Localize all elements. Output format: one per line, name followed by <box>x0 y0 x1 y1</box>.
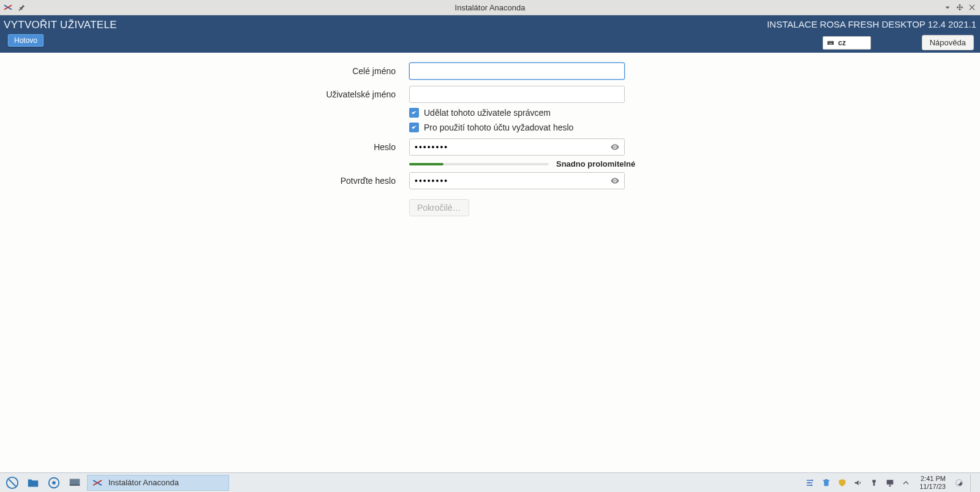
launcher-browser[interactable] <box>45 474 62 491</box>
svg-point-14 <box>811 484 813 486</box>
svg-rect-3 <box>830 42 831 42</box>
username-label: Uživatelské jméno <box>0 89 396 99</box>
svg-rect-2 <box>829 42 830 42</box>
eye-icon[interactable] <box>610 176 620 186</box>
password-field[interactable] <box>409 138 625 156</box>
tray-volume-icon[interactable] <box>853 478 863 488</box>
launcher-menu[interactable] <box>4 474 21 491</box>
taskbar-task-active[interactable]: Instalátor Anaconda <box>87 475 229 491</box>
svg-point-13 <box>809 482 810 483</box>
tray-chevron-up-icon[interactable] <box>901 478 911 488</box>
tray-trash-icon[interactable] <box>821 478 831 488</box>
keyboard-layout-code: cz <box>838 39 846 47</box>
desktop-peek[interactable] <box>970 474 975 491</box>
password-strength-bar <box>409 163 549 165</box>
require-password-checkbox[interactable] <box>409 123 419 132</box>
done-button[interactable]: Hotovo <box>7 34 44 47</box>
eye-icon[interactable] <box>610 142 620 152</box>
show-desktop[interactable] <box>66 474 83 491</box>
tray-night-icon[interactable] <box>954 478 964 488</box>
confirm-password-label: Potvrďte heslo <box>0 176 396 186</box>
confirm-password-field[interactable] <box>409 172 625 189</box>
svg-rect-6 <box>829 44 832 44</box>
app-x-icon <box>4 3 12 12</box>
keyboard-icon <box>827 39 834 47</box>
taskbar: Instalátor Anaconda 2:41 PM 11/17/23 <box>0 472 980 492</box>
launcher-files[interactable] <box>24 474 42 491</box>
main-area: Celé jméno Uživatelské jméno Udělat toho… <box>0 53 980 472</box>
full-name-field[interactable] <box>409 62 625 80</box>
password-strength-fill <box>409 163 443 165</box>
password-strength-label: Snadno prolomitelné <box>556 159 635 168</box>
help-button[interactable]: Nápověda <box>922 35 974 50</box>
page-title: VYTVOŘIT UŽIVATELE <box>4 19 117 31</box>
clock-date: 11/17/23 <box>919 483 946 490</box>
advanced-button[interactable]: Pokročilé… <box>409 199 469 216</box>
tray-usb-icon[interactable] <box>869 478 879 488</box>
admin-checkbox[interactable] <box>409 108 419 118</box>
titlebar-left <box>0 3 26 12</box>
keyboard-layout-indicator[interactable]: cz <box>823 36 871 50</box>
tray-shield-icon[interactable] <box>837 478 847 488</box>
svg-point-12 <box>812 479 813 481</box>
tray-network-icon[interactable] <box>885 478 895 488</box>
require-password-checkbox-label[interactable]: Pro použití tohoto účtu vyžadovat heslo <box>424 123 573 132</box>
window-title: Instalátor Anaconda <box>455 3 526 12</box>
password-label: Heslo <box>0 142 396 152</box>
svg-rect-4 <box>831 42 832 42</box>
close-icon[interactable] <box>968 3 976 12</box>
maximize-icon[interactable] <box>956 3 964 12</box>
svg-rect-15 <box>887 480 894 484</box>
taskbar-clock[interactable]: 2:41 PM 11/17/23 <box>917 475 948 490</box>
admin-checkbox-label[interactable]: Udělat tohoto uživatele správcem <box>424 108 551 118</box>
svg-rect-0 <box>827 41 834 45</box>
window-titlebar: Instalátor Anaconda <box>0 0 980 15</box>
product-label: INSTALACE ROSA FRESH DESKTOP 12.4 2021.1 <box>767 19 976 29</box>
clock-time: 2:41 PM <box>921 475 946 482</box>
user-form: Celé jméno Uživatelské jméno Udělat toho… <box>0 53 980 216</box>
username-field[interactable] <box>409 86 625 103</box>
svg-rect-11 <box>70 484 80 485</box>
system-tray: 2:41 PM 11/17/23 <box>805 474 980 491</box>
check-icon <box>410 124 418 131</box>
pin-icon[interactable] <box>17 3 26 12</box>
taskbar-task-title: Instalátor Anaconda <box>108 478 179 487</box>
titlebar-right-controls <box>943 3 980 12</box>
svg-rect-1 <box>828 42 829 42</box>
svg-point-9 <box>52 481 56 485</box>
check-icon <box>410 109 418 116</box>
full-name-label: Celé jméno <box>0 66 396 76</box>
svg-rect-5 <box>832 42 832 42</box>
taskbar-launchers <box>0 474 83 491</box>
app-x-icon <box>92 478 102 488</box>
anaconda-header: VYTVOŘIT UŽIVATELE Hotovo INSTALACE ROSA… <box>0 15 980 53</box>
tray-settings-icon[interactable] <box>805 478 815 488</box>
minimize-icon[interactable] <box>943 3 952 12</box>
